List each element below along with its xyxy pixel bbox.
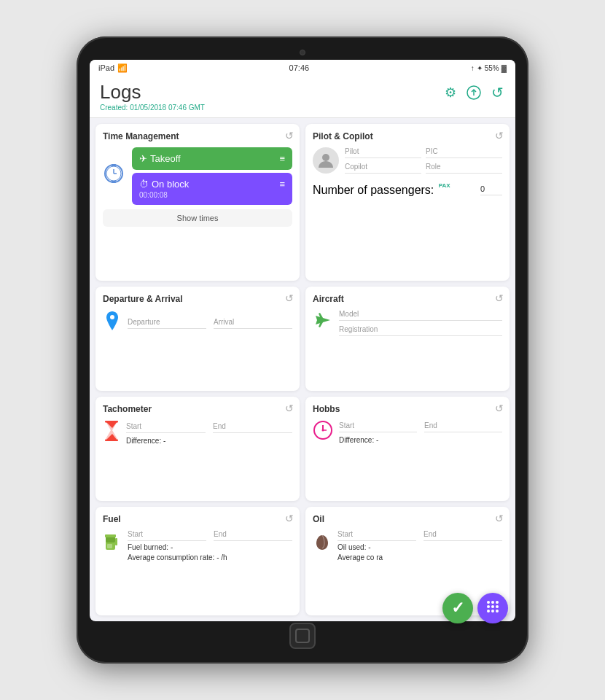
- fuel-burned-label: Fuel burned:: [128, 543, 168, 551]
- hobbs-end-field[interactable]: End: [424, 421, 502, 432]
- svg-rect-10: [105, 439, 118, 441]
- departure-arrival-row: Departure Arrival: [103, 310, 292, 337]
- departure-field[interactable]: Departure: [128, 318, 206, 329]
- arrival-field[interactable]: Arrival: [214, 318, 292, 329]
- hobbs-start-field[interactable]: Start: [339, 421, 417, 432]
- tachometer-diff-value: -: [163, 437, 165, 445]
- tachometer-start-label: Start: [126, 422, 206, 430]
- oil-refresh[interactable]: ↺: [495, 513, 504, 524]
- model-label: Model: [339, 310, 502, 318]
- copilot-field: Copilot: [345, 163, 421, 174]
- departure-arrival-card: Departure & Arrival ↺ Departure: [95, 287, 300, 391]
- fuel-end-label: End: [214, 530, 292, 538]
- fab-menu-button[interactable]: [477, 593, 508, 621]
- svg-point-28: [491, 610, 494, 612]
- oil-start-field[interactable]: Start: [337, 530, 416, 541]
- fab-area: ✓: [442, 593, 508, 621]
- tachometer-start-end: Start End: [126, 422, 292, 433]
- hobbs-card: Hobbs ↺: [305, 397, 510, 501]
- show-times-button[interactable]: Show times: [103, 209, 292, 227]
- header-actions: ⚙ ↺: [442, 85, 505, 101]
- time-management-refresh[interactable]: ↺: [285, 130, 294, 141]
- svg-rect-20: [107, 544, 112, 548]
- svg-rect-9: [105, 421, 118, 423]
- oil-start-label: Start: [337, 530, 416, 538]
- oil-start-end: Start End: [337, 530, 502, 541]
- check-icon: ✓: [451, 599, 464, 618]
- role-label: Role: [426, 163, 502, 171]
- ipad-label: iPad: [98, 63, 114, 72]
- fuel-refresh[interactable]: ↺: [285, 513, 294, 524]
- aircraft-fields: Model Registration: [339, 310, 502, 336]
- signal-icon: ↑: [471, 64, 475, 72]
- fuel-end-field[interactable]: End: [214, 530, 292, 541]
- wifi-icon: 📶: [117, 63, 128, 73]
- tachometer-fields: Start End Difference: -: [126, 422, 292, 445]
- fuel-avg-value: - /h: [216, 553, 227, 561]
- svg-point-25: [491, 605, 494, 608]
- departure-arrival-refresh[interactable]: ↺: [285, 292, 294, 304]
- departure-label: Departure: [128, 318, 206, 326]
- pic-field: PIC: [426, 147, 502, 158]
- pilot-field: Pilot: [345, 147, 421, 158]
- refresh-icon[interactable]: ↺: [489, 85, 505, 101]
- model-field[interactable]: Model: [339, 310, 502, 321]
- home-button[interactable]: [289, 623, 316, 649]
- battery-pct: 55%: [485, 64, 499, 72]
- departure-arrival-title: Departure & Arrival: [103, 294, 292, 304]
- svg-rect-6: [112, 181, 116, 183]
- pax-section: Number of passengers: PAX 0: [313, 184, 502, 197]
- tachometer-refresh[interactable]: ↺: [285, 402, 294, 414]
- settings-icon[interactable]: ⚙: [442, 85, 458, 101]
- fuel-fields: Start End Fuel burned: - Average consump…: [128, 530, 292, 561]
- oil-fields: Start End Oil used: - Average co: [337, 530, 502, 561]
- arrival-label: Arrival: [214, 318, 292, 326]
- tachometer-end-field[interactable]: End: [213, 422, 292, 433]
- hobbs-row: Start End Difference: -: [313, 420, 502, 446]
- pax-value[interactable]: 0: [480, 184, 502, 195]
- upload-icon[interactable]: [466, 85, 482, 101]
- onblock-time: 00:00:08: [139, 191, 168, 199]
- pic-label: PIC: [426, 147, 502, 155]
- hobbs-clock-icon: [313, 420, 333, 446]
- oil-end-field[interactable]: End: [424, 530, 502, 541]
- oil-end-label: End: [424, 530, 502, 538]
- svg-rect-18: [115, 538, 117, 545]
- svg-point-15: [322, 429, 324, 431]
- tachometer-difference: Difference: -: [126, 437, 292, 445]
- hobbs-diff-label: Difference:: [339, 436, 374, 444]
- takeoff-button[interactable]: ✈ Takeoff ≡: [132, 147, 292, 170]
- content-grid: Time Management ↺: [90, 118, 515, 621]
- bluetooth-icon: ✦: [477, 64, 483, 72]
- fuel-title: Fuel: [103, 514, 292, 524]
- pilot-copilot-refresh[interactable]: ↺: [495, 130, 504, 141]
- page-subtitle: Created: 01/05/2018 07:46 GMT: [100, 104, 205, 112]
- svg-point-21: [487, 601, 490, 604]
- hobbs-diff-value: -: [376, 436, 378, 444]
- watch-icon: [103, 163, 125, 190]
- fuel-start-field[interactable]: Start: [128, 530, 206, 541]
- aircraft-icon: [313, 310, 333, 335]
- registration-field[interactable]: Registration: [339, 325, 502, 336]
- onblock-button[interactable]: ⏱ On block ≡ 00:00:08: [132, 173, 292, 205]
- registration-label: Registration: [339, 325, 502, 333]
- svg-rect-19: [105, 534, 116, 537]
- oil-avg: Average co ra: [337, 553, 502, 561]
- tachometer-title: Tachometer: [103, 404, 292, 414]
- oil-used-value: -: [368, 543, 370, 551]
- time-management-card: Time Management ↺: [95, 124, 300, 281]
- fuel-start-end: Start End: [128, 530, 292, 541]
- svg-point-7: [322, 154, 329, 161]
- aircraft-refresh[interactable]: ↺: [495, 292, 504, 304]
- svg-point-29: [496, 610, 499, 612]
- fab-confirm-button[interactable]: ✓: [442, 593, 473, 621]
- svg-point-24: [487, 605, 490, 608]
- dep-arr-fields: Departure Arrival: [128, 318, 292, 329]
- tachometer-start-field[interactable]: Start: [126, 422, 206, 433]
- aircraft-card: Aircraft ↺ Model: [305, 287, 510, 391]
- oil-used-label: Oil used:: [337, 543, 366, 551]
- takeoff-menu-icon: ≡: [279, 153, 285, 164]
- hobbs-refresh[interactable]: ↺: [495, 402, 504, 414]
- oil-avg-value: ra: [376, 553, 383, 561]
- oil-title: Oil: [313, 514, 502, 524]
